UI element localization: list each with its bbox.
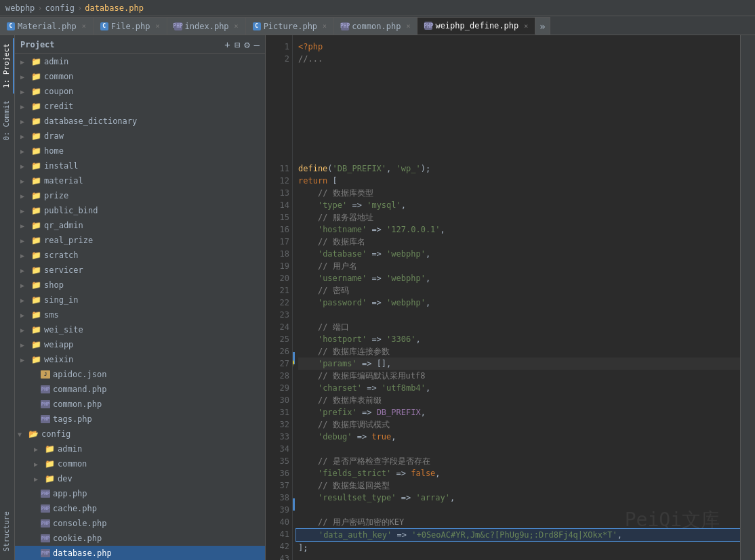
tree-item-weiapp[interactable]: ▶ 📁 weiapp	[15, 337, 265, 352]
settings-icon[interactable]: ⚙	[244, 39, 249, 50]
tab-picture-close[interactable]: ×	[323, 22, 327, 30]
code-content: // 服务器地址	[298, 211, 373, 223]
tab-file[interactable]: C File.php ×	[94, 17, 167, 35]
arrow-icon: ▶	[20, 58, 31, 66]
tab-weiphp-define[interactable]: PHP weiphp_define.php ×	[417, 17, 535, 35]
arrow-icon: ▶	[20, 163, 31, 170]
tree-label-apidoc: apidoc.json	[53, 370, 106, 379]
tree-item-common-php[interactable]: PHP common.php	[15, 397, 265, 412]
code-content: // 用户密码加密的KEY	[298, 516, 404, 528]
arrow-icon: ▶	[20, 252, 31, 259]
tree-label-servicer: servicer	[44, 265, 83, 275]
add-file-icon[interactable]: +	[224, 39, 230, 50]
code-line-30: // 数据库表前缀	[298, 394, 740, 406]
tree-item-public-bind[interactable]: ▶ 📁 public_bind	[15, 203, 265, 218]
tree-item-database-dictionary[interactable]: ▶ 📁 database_dictionary	[15, 114, 265, 129]
tree-item-console-php[interactable]: PHP console.php	[15, 516, 265, 531]
tree-item-sms[interactable]: ▶ 📁 sms	[15, 307, 265, 322]
tree-label-app-php: app.php	[53, 489, 87, 498]
tree-item-command[interactable]: PHP command.php	[15, 382, 265, 397]
tab-picture[interactable]: C Picture.php ×	[246, 17, 335, 35]
tree-item-tags[interactable]: PHP tags.php	[15, 412, 265, 427]
tree-item-cache-php[interactable]: PHP cache.php	[15, 501, 265, 516]
sidebar-header: Project + ⊟ ⚙ —	[15, 35, 265, 54]
code-content: 'prefix' => DB_PREFIX,	[298, 406, 426, 418]
tab-common-close[interactable]: ×	[406, 22, 410, 30]
tree-item-draw[interactable]: ▶ 📁 draw	[15, 129, 265, 144]
tab-overflow[interactable]: »	[535, 17, 550, 35]
tree-item-sing-in[interactable]: ▶ 📁 sing_in	[15, 293, 265, 307]
folder-icon: 📁	[31, 265, 41, 275]
tree-item-material[interactable]: ▶ 📁 material	[15, 173, 265, 188]
breadcrumb-sep2: ›	[77, 3, 82, 13]
tab-index-close[interactable]: ×	[234, 22, 239, 30]
tab-file-close[interactable]: ×	[156, 22, 160, 30]
sidebar-tab-project[interactable]: 1: Project	[0, 38, 14, 93]
tree-item-shop[interactable]: ▶ 📁 shop	[15, 278, 265, 293]
tree-item-apidoc[interactable]: J apidoc.json	[15, 367, 265, 382]
sidebar-tab-commit[interactable]: 0: Commit	[0, 95, 14, 146]
code-content: 'data_auth_key' => '+0SeoAC#YR,Jm&c?[PhU…	[299, 529, 622, 541]
tree-item-wei-site[interactable]: ▶ 📁 wei_site	[15, 322, 265, 337]
code-line-28: // 数据库编码默认采用utf8	[298, 370, 740, 382]
tab-material-close[interactable]: ×	[82, 22, 86, 30]
tree-item-install[interactable]: ▶ 📁 install	[15, 158, 265, 173]
sidebar-tree[interactable]: ▶ 📁 admin ▶ 📁 common ▶ 📁 coupon ▶ 📁 cred…	[15, 54, 265, 560]
tree-item-servicer[interactable]: ▶ 📁 servicer	[15, 263, 265, 278]
code-line-gap	[298, 65, 740, 77]
php-icon: PHP	[424, 22, 432, 30]
tree-item-cookie-php[interactable]: PHP cookie.php	[15, 531, 265, 546]
tree-item-qr-admin[interactable]: ▶ 📁 qr_admin	[15, 218, 265, 233]
arrow-icon: ▶	[20, 133, 31, 140]
tab-bar: C Material.php × C File.php × PHP index.…	[0, 16, 755, 35]
tree-label-command: command.php	[53, 385, 106, 394]
tree-item-config-admin[interactable]: ▶ 📁 admin	[15, 441, 265, 456]
tree-item-admin[interactable]: ▶ 📁 admin	[15, 54, 265, 69]
tree-item-database-php[interactable]: PHP database.php	[15, 546, 265, 560]
tree-item-coupon[interactable]: ▶ 📁 coupon	[15, 84, 265, 99]
code-content: // 密码	[298, 284, 349, 297]
tree-item-weixin[interactable]: ▶ 📁 weixin	[15, 352, 265, 367]
tree-item-config-common[interactable]: ▶ 📁 common	[15, 456, 265, 471]
tab-index[interactable]: PHP index.php ×	[167, 17, 246, 35]
code-line-33: 'debug' => true,	[298, 431, 740, 443]
tab-common-label: common.php	[352, 22, 401, 31]
php-icon: PHP	[341, 22, 349, 30]
tree-item-config[interactable]: ▼ 📂 config	[15, 427, 265, 441]
tree-item-app-php[interactable]: PHP app.php	[15, 486, 265, 501]
code-line-17: // 数据库名	[298, 236, 740, 248]
tree-item-config-dev[interactable]: ▶ 📁 dev	[15, 471, 265, 486]
arrow-icon: ▶	[20, 207, 31, 215]
folder-icon: 📁	[31, 355, 41, 364]
tab-overflow-icon: »	[539, 21, 545, 32]
sidebar-tab-structure[interactable]: Structure	[0, 506, 14, 557]
folder-icon: 📁	[31, 131, 41, 141]
code-content: 'type' => 'mysql',	[298, 199, 406, 211]
right-sidebar	[740, 35, 755, 560]
breadcrumb-project: webphp	[5, 3, 35, 13]
tree-item-credit[interactable]: ▶ 📁 credit	[15, 99, 265, 114]
line-numbers: 1 2 11 12 13 14 15 16 17 18 19 20	[266, 35, 293, 560]
tree-label-console-php: console.php	[53, 519, 106, 528]
code-line-38: 'resultset_type' => 'array',	[298, 492, 740, 504]
code-line-2: //...	[298, 53, 740, 65]
tab-common[interactable]: PHP common.php ×	[334, 17, 417, 35]
folder-icon: 📁	[31, 176, 41, 186]
tree-item-real-prize[interactable]: ▶ 📁 real_prize	[15, 233, 265, 248]
tree-item-home[interactable]: ▶ 📁 home	[15, 144, 265, 158]
collapse-icon[interactable]: ⊟	[234, 39, 240, 50]
tree-item-common[interactable]: ▶ 📁 common	[15, 69, 265, 84]
arrow-icon: ▶	[20, 88, 31, 95]
tree-item-prize[interactable]: ▶ 📁 prize	[15, 188, 265, 203]
code-line-gap	[298, 150, 740, 163]
code-content: 'username' => 'webphp',	[298, 272, 430, 284]
tab-material[interactable]: C Material.php ×	[0, 17, 94, 35]
tree-label-weiapp: weiapp	[44, 340, 73, 349]
minimize-icon[interactable]: —	[254, 39, 260, 50]
code-editor[interactable]: <?php //... define('DB_PREFIX', 'wp_');	[293, 35, 740, 560]
main-layout: 1: Project 0: Commit Structure Project +…	[0, 35, 755, 560]
code-content: ];	[298, 542, 308, 554]
tree-item-scratch[interactable]: ▶ 📁 scratch	[15, 248, 265, 263]
tab-weiphp-define-close[interactable]: ×	[524, 22, 528, 30]
code-content: // 数据库类型	[298, 187, 373, 199]
